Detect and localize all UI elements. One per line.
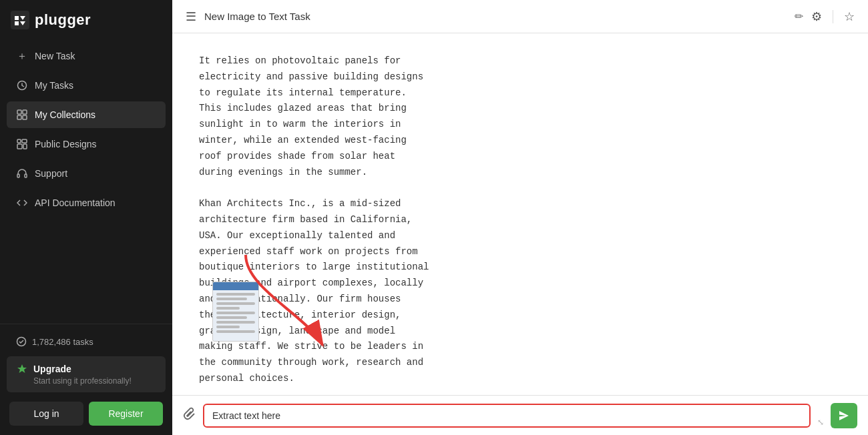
header-actions: ⚙ ☆: [811, 9, 855, 24]
settings-icon[interactable]: ⚙: [811, 9, 822, 24]
svg-rect-5: [23, 115, 27, 119]
svg-rect-0: [11, 11, 29, 29]
thumb-lines: [213, 290, 258, 336]
sidebar-item-label: Public Designs: [35, 139, 97, 149]
logo-icon: [11, 11, 29, 29]
thumb-line: [216, 298, 247, 300]
logo-area: plugger: [0, 0, 172, 37]
thumb-line: [216, 316, 247, 319]
plus-icon: ＋: [16, 50, 28, 62]
sidebar-nav: ＋ New Task My Tasks My Collectio: [0, 37, 172, 324]
logo-text: plugger: [35, 11, 91, 29]
login-button[interactable]: Log in: [9, 402, 83, 426]
sidebar-item-label: Support: [35, 168, 67, 179]
svg-rect-10: [17, 174, 19, 177]
thumb-line: [216, 330, 255, 333]
svg-rect-2: [17, 110, 21, 114]
send-button[interactable]: [831, 403, 857, 428]
thumb-header: [213, 282, 258, 290]
upgrade-subtitle: Start using it professionally!: [33, 376, 156, 386]
code-icon: [16, 197, 28, 209]
sidebar-item-label: New Task: [35, 51, 75, 61]
text-input[interactable]: [203, 404, 811, 428]
tasks-count-value: 1,782,486 tasks: [32, 337, 93, 347]
resize-handle: ⤡: [817, 418, 824, 427]
image-thumbnail: [212, 282, 259, 342]
attach-icon[interactable]: [183, 407, 196, 424]
content-area: It relies on photovoltaic panels for ele…: [172, 33, 868, 395]
sidebar-item-label: My Collections: [35, 109, 95, 120]
sidebar-item-public-designs[interactable]: Public Designs: [7, 131, 166, 157]
svg-rect-11: [25, 174, 27, 177]
sidebar-item-label: API Documentation: [35, 197, 116, 208]
main-area: ☰ New Image to Text Task ✏ ⚙ ☆ It relies…: [172, 0, 868, 435]
header-divider: [833, 10, 833, 23]
sidebar: plugger ＋ New Task My Tasks: [0, 0, 172, 435]
thumb-line: [216, 302, 255, 305]
svg-rect-7: [22, 139, 27, 143]
svg-rect-6: [17, 139, 21, 143]
upgrade-box[interactable]: Upgrade Start using it professionally!: [7, 356, 166, 392]
page-title: New Image to Text Task: [204, 11, 783, 22]
upgrade-title: Upgrade: [16, 363, 156, 375]
auth-buttons: Log in Register: [7, 399, 166, 428]
grid-icon: [16, 138, 28, 150]
headphones-icon: [16, 167, 28, 179]
thumb-line: [216, 312, 255, 314]
header: ☰ New Image to Text Task ✏ ⚙ ☆: [172, 0, 868, 33]
thumb-line: [216, 326, 240, 328]
sidebar-item-support[interactable]: Support: [7, 160, 166, 187]
thumb-line: [216, 307, 240, 310]
sidebar-item-api-docs[interactable]: API Documentation: [7, 189, 166, 216]
input-area: ⤡: [172, 395, 868, 435]
star-icon[interactable]: ☆: [844, 9, 855, 24]
edit-icon[interactable]: ✏: [795, 10, 803, 23]
sidebar-item-my-collections[interactable]: My Collections: [7, 101, 166, 128]
collection-icon: [16, 109, 28, 121]
svg-rect-8: [17, 144, 22, 149]
register-button[interactable]: Register: [89, 402, 163, 426]
sidebar-bottom: 1,782,486 tasks Upgrade Start using it p…: [0, 324, 172, 435]
sidebar-item-label: My Tasks: [35, 80, 73, 91]
thumb-line: [216, 321, 255, 324]
sidebar-item-my-tasks[interactable]: My Tasks: [7, 72, 166, 99]
sidebar-item-new-task[interactable]: ＋ New Task: [7, 43, 166, 69]
svg-rect-9: [23, 144, 27, 149]
tasks-count: 1,782,486 tasks: [7, 331, 166, 352]
clock-icon: [16, 79, 28, 91]
svg-rect-4: [17, 115, 21, 119]
menu-icon[interactable]: ☰: [186, 9, 196, 24]
svg-rect-3: [23, 110, 27, 114]
thumb-line: [216, 293, 255, 296]
